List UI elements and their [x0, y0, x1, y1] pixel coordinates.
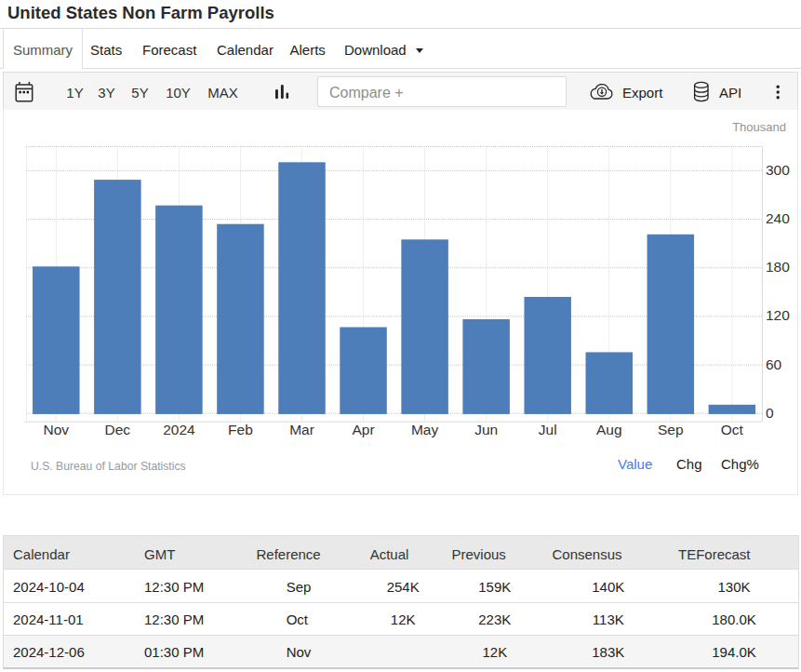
svg-text:Oct: Oct — [721, 422, 744, 437]
svg-text:Sep: Sep — [658, 422, 684, 437]
svg-text:Jun: Jun — [474, 422, 498, 437]
svg-text:Apr: Apr — [352, 422, 374, 437]
svg-text:Mar: Mar — [289, 422, 314, 437]
svg-text:Jul: Jul — [539, 422, 557, 437]
svg-text:180: 180 — [766, 259, 790, 275]
svg-text:Nov: Nov — [44, 422, 70, 437]
svg-text:60: 60 — [766, 356, 782, 372]
svg-text:2024: 2024 — [163, 422, 195, 437]
svg-text:May: May — [411, 422, 439, 437]
svg-text:Dec: Dec — [105, 422, 131, 437]
svg-text:300: 300 — [766, 162, 790, 178]
svg-text:120: 120 — [766, 307, 790, 323]
svg-text:Aug: Aug — [596, 422, 622, 437]
svg-text:240: 240 — [766, 210, 790, 226]
svg-text:Thousand: Thousand — [732, 120, 786, 134]
svg-text:Feb: Feb — [228, 422, 253, 437]
svg-text:0: 0 — [766, 405, 774, 421]
